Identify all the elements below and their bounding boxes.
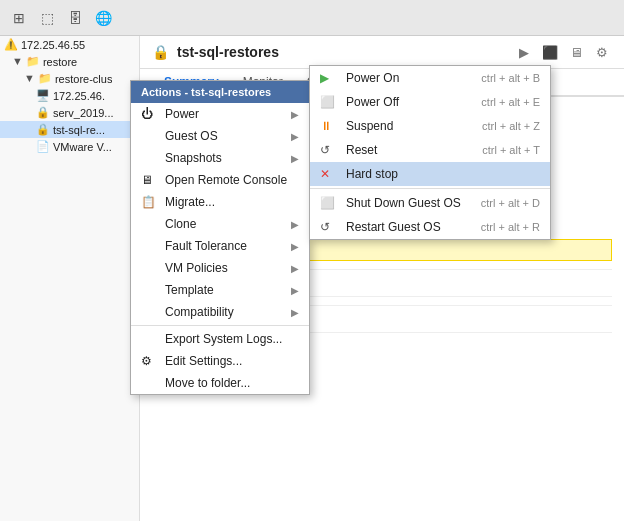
menu-item-edit-settings[interactable]: ⚙ Edit Settings... (131, 350, 309, 372)
actions-context-menu: Actions - tst-sql-restores ⏻ Power ▶ ▶ P… (130, 80, 310, 395)
menu-item-guest-os[interactable]: Guest OS ▶ (131, 125, 309, 147)
menu-item-template[interactable]: Template ▶ (131, 279, 309, 301)
restart-icon: ↺ (320, 220, 340, 234)
globe-icon[interactable]: 🌐 (92, 7, 114, 29)
sidebar-item-tst-sql[interactable]: 🔒 tst-sql-re... (0, 121, 139, 138)
menu-item-vm-policies-label: VM Policies (165, 261, 228, 275)
menu-item-template-label: Template (165, 283, 214, 297)
context-menu-overlay: Actions - tst-sql-restores ⏻ Power ▶ ▶ P… (130, 80, 310, 395)
panel-title-icon: 🔒 (152, 44, 169, 60)
host-icon: ⚠️ (4, 38, 18, 51)
settings-button[interactable]: ⚙ (592, 42, 612, 62)
toolbar: ⊞ ⬚ 🗄 🌐 (0, 0, 624, 36)
sidebar-item-ip2-label: 172.25.46. (53, 90, 105, 102)
menu-item-power[interactable]: ⏻ Power ▶ ▶ Power On ctrl + alt + B ⬜ Po… (131, 103, 309, 125)
power-off-label: Power Off (346, 95, 399, 109)
power-on-label: Power On (346, 71, 399, 85)
clone-arrow: ▶ (291, 219, 299, 230)
power-submenu-arrow: ▶ (291, 109, 299, 120)
menu-item-vm-policies[interactable]: VM Policies ▶ (131, 257, 309, 279)
menu-item-migrate[interactable]: 📋 Migrate... (131, 191, 309, 213)
panel-actions: ▶ ⬛ 🖥 ⚙ (514, 42, 612, 62)
compatibility-arrow: ▶ (291, 307, 299, 318)
menu-item-snapshots[interactable]: Snapshots ▶ (131, 147, 309, 169)
restart-shortcut: ctrl + alt + R (461, 221, 540, 233)
submenu-item-power-off[interactable]: ⬜ Power Off ctrl + alt + E (310, 90, 550, 114)
power-icon: ⏻ (141, 107, 159, 121)
folder-clus-icon: ▼ 📁 (24, 72, 52, 85)
submenu-item-hard-stop[interactable]: ✕ Hard stop (310, 162, 550, 186)
sidebar-item-ip2[interactable]: 🖥️ 172.25.46. (0, 87, 139, 104)
menu-item-move-folder-label: Move to folder... (165, 376, 250, 390)
power-on-icon: ▶ (320, 71, 340, 85)
suspend-label: Suspend (346, 119, 393, 133)
sidebar-item-restore[interactable]: ▼ 📁 restore (0, 53, 139, 70)
submenu-sep-1 (310, 188, 550, 189)
menu-sep-1 (131, 325, 309, 326)
suspend-shortcut: ctrl + alt + Z (462, 120, 540, 132)
sidebar-item-restore-clus[interactable]: ▼ 📁 restore-clus (0, 70, 139, 87)
menu-item-guest-os-label: Guest OS (165, 129, 218, 143)
stop-button[interactable]: ⬛ (540, 42, 560, 62)
template-arrow: ▶ (291, 285, 299, 296)
guest-os-arrow: ▶ (291, 131, 299, 142)
menu-item-snapshots-label: Snapshots (165, 151, 222, 165)
sidebar-item-host-label: 172.25.46.55 (21, 39, 85, 51)
sidebar-item-tst-sql-label: tst-sql-re... (53, 124, 105, 136)
reset-label: Reset (346, 143, 377, 157)
vm-icon[interactable]: ⬚ (36, 7, 58, 29)
play-button[interactable]: ▶ (514, 42, 534, 62)
sidebar-item-vmware[interactable]: 📄 VMware V... (0, 138, 139, 155)
sidebar-item-restore-label: restore (43, 56, 77, 68)
submenu-item-shutdown[interactable]: ⬜ Shut Down Guest OS ctrl + alt + D (310, 191, 550, 215)
menu-item-open-remote[interactable]: 🖥 Open Remote Console (131, 169, 309, 191)
menu-item-open-remote-label: Open Remote Console (165, 173, 287, 187)
power-off-shortcut: ctrl + alt + E (461, 96, 540, 108)
menu-item-power-label: Power (165, 107, 199, 121)
submenu-item-power-on[interactable]: ▶ Power On ctrl + alt + B (310, 66, 550, 90)
suspend-icon: ⏸ (320, 119, 340, 133)
menu-item-fault-tolerance-label: Fault Tolerance (165, 239, 247, 253)
remote-console-icon: 🖥 (141, 173, 159, 187)
menu-item-migrate-label: Migrate... (165, 195, 215, 209)
grid-icon[interactable]: ⊞ (8, 7, 30, 29)
sidebar-item-serv-label: serv_2019... (53, 107, 114, 119)
shutdown-icon: ⬜ (320, 196, 340, 210)
sidebar: ⚠️ 172.25.46.55 ▼ 📁 restore ▼ 📁 restore-… (0, 36, 140, 521)
vm-serv-icon: 🔒 (36, 106, 50, 119)
restart-label: Restart Guest OS (346, 220, 441, 234)
edit-settings-icon: ⚙ (141, 354, 159, 368)
database-icon[interactable]: 🗄 (64, 7, 86, 29)
sidebar-item-vmware-label: VMware V... (53, 141, 112, 153)
power-on-shortcut: ctrl + alt + B (461, 72, 540, 84)
vm-ip-icon: 🖥️ (36, 89, 50, 102)
menu-item-fault-tolerance[interactable]: Fault Tolerance ▶ (131, 235, 309, 257)
reset-icon: ↺ (320, 143, 340, 157)
power-off-icon: ⬜ (320, 95, 340, 109)
snapshots-arrow: ▶ (291, 153, 299, 164)
sidebar-item-serv[interactable]: 🔒 serv_2019... (0, 104, 139, 121)
sidebar-item-host[interactable]: ⚠️ 172.25.46.55 (0, 36, 139, 53)
menu-header: Actions - tst-sql-restores (131, 81, 309, 103)
menu-item-clone[interactable]: Clone ▶ (131, 213, 309, 235)
menu-item-edit-settings-label: Edit Settings... (165, 354, 242, 368)
vm-policies-arrow: ▶ (291, 263, 299, 274)
hard-stop-label: Hard stop (346, 167, 398, 181)
submenu-item-restart[interactable]: ↺ Restart Guest OS ctrl + alt + R (310, 215, 550, 239)
menu-item-export-logs[interactable]: Export System Logs... (131, 328, 309, 350)
vm-vmware-icon: 📄 (36, 140, 50, 153)
menu-item-move-folder[interactable]: Move to folder... (131, 372, 309, 394)
migrate-icon: 📋 (141, 195, 159, 209)
submenu-item-suspend[interactable]: ⏸ Suspend ctrl + alt + Z (310, 114, 550, 138)
submenu-item-reset[interactable]: ↺ Reset ctrl + alt + T (310, 138, 550, 162)
fault-tolerance-arrow: ▶ (291, 241, 299, 252)
monitor-button[interactable]: 🖥 (566, 42, 586, 62)
menu-item-compatibility-label: Compatibility (165, 305, 234, 319)
folder-icon: ▼ 📁 (12, 55, 40, 68)
reset-shortcut: ctrl + alt + T (462, 144, 540, 156)
menu-item-export-logs-label: Export System Logs... (165, 332, 282, 346)
panel-title: tst-sql-restores (177, 44, 279, 60)
hard-stop-icon: ✕ (320, 167, 340, 181)
sidebar-item-restore-clus-label: restore-clus (55, 73, 112, 85)
menu-item-compatibility[interactable]: Compatibility ▶ (131, 301, 309, 323)
